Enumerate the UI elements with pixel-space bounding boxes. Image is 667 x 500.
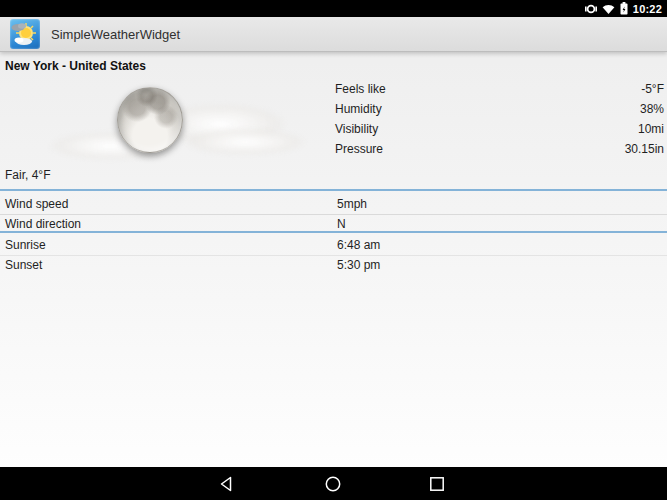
status-time: 10:22 — [633, 3, 662, 15]
row-label: Wind speed — [5, 194, 68, 214]
row-value: 5mph — [337, 194, 367, 214]
stat-label: Pressure — [335, 139, 383, 159]
wind-speed-row: Wind speed 5mph — [0, 194, 667, 214]
stat-row-feels-like: Feels like -5°F — [0, 79, 667, 99]
sun-clouds-app-icon[interactable] — [10, 19, 40, 49]
sunrise-row: Sunrise 6:48 am — [0, 235, 667, 255]
home-button[interactable] — [324, 475, 342, 493]
stat-label: Feels like — [335, 79, 386, 99]
back-button[interactable] — [218, 475, 236, 493]
stat-row-visibility: Visibility 10mi — [0, 119, 667, 139]
app-bar: SimpleWeatherWidget — [0, 17, 667, 52]
recents-button[interactable] — [428, 475, 446, 493]
stat-value: 38% — [640, 99, 664, 119]
stat-value: 10mi — [638, 119, 664, 139]
stat-label: Visibility — [335, 119, 378, 139]
row-value: 5:30 pm — [337, 255, 380, 275]
stat-value: 30.15in — [625, 139, 664, 159]
row-value: 6:48 am — [337, 235, 380, 255]
location-heading: New York - United States — [5, 59, 146, 73]
stat-row-humidity: Humidity 38% — [0, 99, 667, 119]
battery-charging-icon — [620, 2, 628, 15]
status-bar: 10:22 — [0, 0, 667, 17]
app-title: SimpleWeatherWidget — [51, 27, 180, 42]
row-label: Sunset — [5, 255, 42, 275]
condition-summary: Fair, 4°F — [5, 168, 50, 182]
nav-bar — [0, 467, 667, 500]
section-divider — [0, 189, 667, 191]
section-divider — [0, 231, 667, 233]
stat-row-pressure: Pressure 30.15in — [0, 139, 667, 159]
vibrate-icon — [585, 3, 597, 15]
device-screen: 10:22 SimpleWeatherWidget New York - — [0, 0, 667, 500]
row-label: Sunrise — [5, 235, 46, 255]
stat-label: Humidity — [335, 99, 382, 119]
sunset-row: Sunset 5:30 pm — [0, 255, 667, 275]
wifi-icon — [602, 3, 615, 15]
stat-value: -5°F — [641, 79, 664, 99]
